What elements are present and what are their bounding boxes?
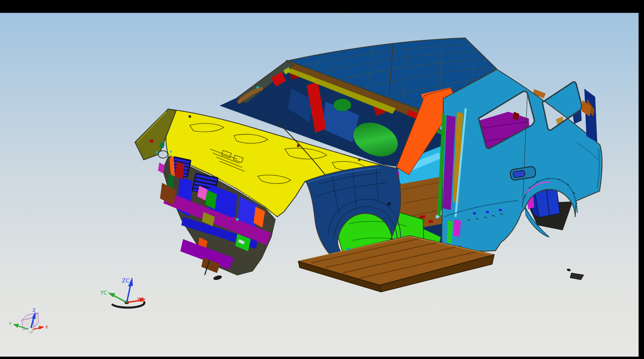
wcs-xc-label: XC: [137, 297, 144, 303]
datum-x-label: X: [45, 324, 48, 330]
window-right-bar: [639, 0, 644, 359]
datum-y-label: Y: [8, 321, 12, 326]
datum-origin-sphere[interactable]: [28, 328, 33, 333]
wcs-yc-label: YC: [100, 290, 107, 296]
wcs-zc-label: ZC: [122, 278, 130, 284]
window-top-bar: [0, 0, 644, 13]
datum-z-label: Z: [33, 308, 36, 313]
headlamp-opening: [158, 151, 168, 158]
cad-viewport-canvas[interactable]: ZC YC XC Z Y: [0, 0, 644, 359]
window-bottom-bar: [0, 357, 644, 359]
